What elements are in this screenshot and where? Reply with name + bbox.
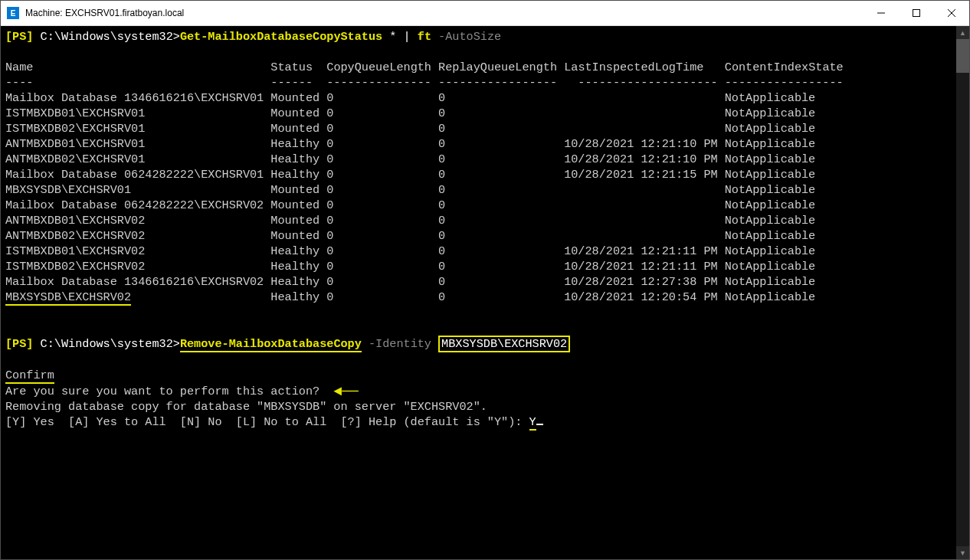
confirm-options[interactable]: [Y] Yes [A] Yes to All [N] No [L] No to … bbox=[5, 415, 529, 429]
scroll-down-icon[interactable]: ▼ bbox=[956, 546, 969, 559]
table-row: ISTMBXDB01\EXCHSRV02 Healthy 0 0 10/28/2… bbox=[5, 244, 815, 258]
cmd-identity-value: MBXSYSDB\EXCHSRV02 bbox=[438, 336, 570, 352]
scroll-track[interactable] bbox=[956, 39, 969, 546]
table-row-name: ANTMBXDB01\EXCHSRV01 bbox=[5, 137, 270, 151]
table-row: Mailbox Database 1346616216\EXCHSRV02 He… bbox=[5, 275, 815, 289]
window-title: Machine: EXCHSRV01.firatboyan.local bbox=[25, 8, 863, 18]
confirm-answer[interactable]: Y bbox=[529, 415, 536, 431]
table-row: ANTMBXDB01\EXCHSRV02 Mounted 0 0 NotAppl… bbox=[5, 214, 815, 228]
table-row-name: MBXSYSDB\EXCHSRV02 bbox=[5, 290, 131, 306]
table-row-name: ANTMBXDB01\EXCHSRV02 bbox=[5, 214, 270, 228]
cmd-get-status: Get-MailboxDatabaseCopyStatus bbox=[180, 30, 382, 44]
cmd-remove-copy: Remove-MailboxDatabaseCopy bbox=[180, 337, 362, 352]
table-row-name: Mailbox Database 1346616216\EXCHSRV01 bbox=[5, 91, 270, 105]
minimize-button[interactable] bbox=[863, 1, 899, 25]
table-row-name: MBXSYSDB\EXCHSRV01 bbox=[5, 183, 270, 197]
window-frame: E Machine: EXCHSRV01.firatboyan.local [P… bbox=[0, 0, 970, 560]
prompt-path: C:\Windows\system32> bbox=[33, 337, 179, 351]
scrollbar[interactable]: ▲ ▼ bbox=[956, 26, 969, 559]
scroll-thumb[interactable] bbox=[956, 39, 969, 73]
maximize-button[interactable] bbox=[899, 1, 934, 25]
table-row: MBXSYSDB\EXCHSRV01 Mounted 0 0 NotApplic… bbox=[5, 183, 815, 197]
table-row-name: ANTMBXDB02\EXCHSRV01 bbox=[5, 152, 270, 166]
terminal-content: [PS] C:\Windows\system32>Get-MailboxData… bbox=[5, 29, 844, 430]
col-lilt: LastInspectedLogTime bbox=[564, 61, 725, 74]
confirm-message: Removing database copy for database "MBX… bbox=[5, 400, 487, 414]
table-row: ANTMBXDB02\EXCHSRV01 Healthy 0 0 10/28/2… bbox=[5, 152, 815, 166]
ps-marker: [PS] bbox=[5, 30, 33, 44]
arrow-annotation-icon: ◄── bbox=[333, 384, 358, 399]
table-row: ISTMBXDB01\EXCHSRV01 Mounted 0 0 NotAppl… bbox=[5, 106, 815, 120]
table-row-name: ANTMBXDB02\EXCHSRV02 bbox=[5, 229, 270, 243]
app-icon: E bbox=[7, 7, 19, 19]
table-row: MBXSYSDB\EXCHSRV02 Healthy 0 0 10/28/202… bbox=[5, 290, 815, 306]
table-row: ANTMBXDB01\EXCHSRV01 Healthy 0 0 10/28/2… bbox=[5, 137, 815, 151]
confirm-title: Confirm bbox=[5, 368, 54, 384]
col-name: Name bbox=[5, 61, 270, 74]
table-row-name: ISTMBXDB02\EXCHSRV01 bbox=[5, 122, 270, 136]
col-rql: ReplayQueueLength bbox=[438, 61, 564, 74]
col-cql: CopyQueueLength bbox=[326, 61, 438, 74]
close-button[interactable] bbox=[934, 1, 969, 25]
svg-rect-1 bbox=[913, 10, 920, 17]
titlebar[interactable]: E Machine: EXCHSRV01.firatboyan.local bbox=[1, 1, 969, 26]
table-row-name: ISTMBXDB01\EXCHSRV02 bbox=[5, 244, 270, 258]
prompt-path: C:\Windows\system32> bbox=[33, 30, 179, 44]
table-row: Mailbox Database 1346616216\EXCHSRV01 Mo… bbox=[5, 91, 815, 105]
client-area: [PS] C:\Windows\system32>Get-MailboxData… bbox=[1, 26, 969, 559]
table-row-name: ISTMBXDB01\EXCHSRV01 bbox=[5, 106, 270, 120]
table-row: Mailbox Database 0624282222\EXCHSRV02 Mo… bbox=[5, 198, 815, 212]
table-row-name: Mailbox Database 0624282222\EXCHSRV01 bbox=[5, 168, 270, 182]
table-row: Mailbox Database 0624282222\EXCHSRV01 He… bbox=[5, 168, 815, 182]
table-row: ANTMBXDB02\EXCHSRV02 Mounted 0 0 NotAppl… bbox=[5, 229, 815, 243]
table-row: ISTMBXDB02\EXCHSRV02 Healthy 0 0 10/28/2… bbox=[5, 260, 815, 273]
cmd-autosize: -AutoSize bbox=[431, 30, 501, 44]
table-row-name: ISTMBXDB02\EXCHSRV02 bbox=[5, 260, 270, 273]
col-cis: ContentIndexState bbox=[725, 61, 844, 74]
table-row-name: Mailbox Database 1346616216\EXCHSRV02 bbox=[5, 275, 270, 289]
terminal[interactable]: [PS] C:\Windows\system32>Get-MailboxData… bbox=[1, 26, 956, 559]
cmd-pipe: | bbox=[396, 30, 417, 44]
cursor-icon bbox=[536, 424, 543, 425]
ps-marker: [PS] bbox=[5, 337, 33, 351]
table-row: ISTMBXDB02\EXCHSRV01 Mounted 0 0 NotAppl… bbox=[5, 122, 815, 136]
col-status: Status bbox=[270, 61, 326, 74]
window-controls bbox=[863, 1, 969, 25]
dashes: ---- ------ --------------- ------------… bbox=[5, 76, 844, 90]
cmd-ft: ft bbox=[418, 30, 431, 44]
cmd-arg-star: * bbox=[382, 30, 396, 44]
table-row-name: Mailbox Database 0624282222\EXCHSRV02 bbox=[5, 198, 270, 212]
scroll-up-icon[interactable]: ▲ bbox=[956, 26, 969, 39]
cmd-identity-flag: -Identity bbox=[362, 337, 438, 351]
confirm-question: Are you sure you want to perform this ac… bbox=[5, 385, 320, 398]
